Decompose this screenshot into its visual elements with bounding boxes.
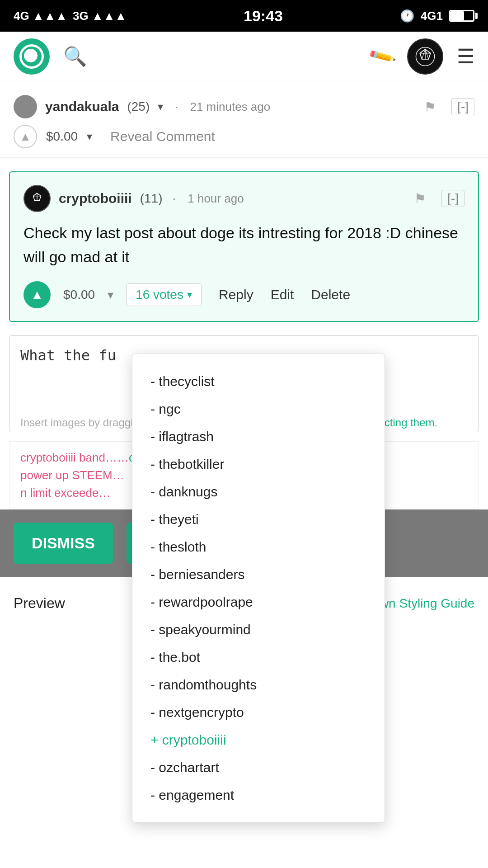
votes-item-2[interactable]: - ngc	[150, 395, 366, 423]
votes-item-14[interactable]: + cryptoboiiii	[150, 726, 366, 754]
alarm-icon: 🕐	[400, 9, 414, 23]
highlighted-vote-row: ▲ $0.00 ▾ 16 votes ▾ Reply Edit Delete -…	[23, 281, 465, 308]
highlighted-comment: cryptoboiiii (11) · 1 hour ago ⚑ [-] Che…	[9, 171, 479, 322]
nav-left: 🔍	[14, 38, 87, 75]
signal-4g1: 4G1	[421, 9, 443, 23]
dot-separator: ·	[172, 191, 176, 206]
blurred-upvote-btn[interactable]: ▲	[14, 125, 37, 148]
blurred-time: 21 minutes ago	[190, 100, 270, 114]
dismiss-button[interactable]: DISMISS	[14, 523, 113, 564]
votes-item-15[interactable]: - ozchartart	[150, 754, 366, 781]
reveal-comment-btn[interactable]: Reveal Comment	[110, 129, 215, 144]
highlighted-comment-text: Check my last post about doge its intres…	[23, 221, 465, 269]
status-left: 4G ▲▲▲ 3G ▲▲▲	[14, 9, 127, 23]
highlighted-timestamp: 1 hour ago	[188, 192, 244, 206]
blurred-comment-header: yandakuala (25) ▾ · 21 minutes ago ⚑ [-]	[14, 95, 474, 118]
top-nav: 🔍 ✏️ ☰	[0, 32, 488, 81]
blurred-user-avatar	[14, 95, 37, 118]
warning-line3: n limit exceede…	[20, 486, 110, 500]
votes-item-6[interactable]: - theyeti	[150, 505, 366, 533]
votes-item-7[interactable]: - thesloth	[150, 533, 366, 561]
blurred-user-rep: (25)	[127, 99, 150, 114]
reply-btn[interactable]: Reply	[219, 287, 253, 302]
highlighted-user-rep: (11)	[140, 191, 163, 206]
highlighted-upvote-btn[interactable]: ▲	[23, 281, 51, 308]
nav-right: ✏️ ☰	[371, 38, 474, 75]
blurred-timestamp: ·	[175, 100, 178, 114]
votes-item-12[interactable]: - randomthoughts	[150, 671, 366, 698]
votes-item-3[interactable]: - iflagtrash	[150, 423, 366, 450]
votes-dropdown-btn[interactable]: 16 votes ▾	[126, 283, 202, 306]
warning-line1: cryptoboiiii band	[20, 451, 105, 464]
votes-item-13[interactable]: - nextgencrypto	[150, 698, 366, 726]
votes-dropdown: - thecyclist - ngc - iflagtrash - thebot…	[132, 354, 385, 823]
highlighted-collapse-btn[interactable]: [-]	[441, 190, 465, 207]
status-time: 19:43	[244, 7, 283, 25]
blurred-amount-chevron[interactable]: ▾	[87, 130, 92, 143]
highlighted-user-avatar	[23, 185, 51, 212]
blurred-username[interactable]: yandakuala	[45, 99, 119, 114]
votes-item-5[interactable]: - danknugs	[150, 478, 366, 505]
edit-btn[interactable]: Edit	[271, 287, 294, 302]
status-bar: 4G ▲▲▲ 3G ▲▲▲ 19:43 🕐 4G1	[0, 0, 488, 32]
blurred-vote-row: ▲ $0.00 ▾ Reveal Comment	[14, 125, 474, 148]
votes-item-8[interactable]: - berniesanders	[150, 561, 366, 588]
votes-chevron-icon: ▾	[187, 289, 192, 301]
battery-icon	[449, 10, 474, 22]
highlighted-flag-icon[interactable]: ⚑	[414, 191, 426, 207]
blurred-collapse-btn[interactable]: [-]	[451, 98, 474, 115]
menu-icon[interactable]: ☰	[457, 47, 474, 66]
votes-item-10[interactable]: - speakyourmind	[150, 616, 366, 643]
highlighted-comment-header: cryptoboiiii (11) · 1 hour ago ⚑ [-]	[23, 185, 465, 212]
votes-item-1[interactable]: - thecyclist	[150, 368, 366, 395]
signal-4g: 4G ▲▲▲	[14, 9, 67, 23]
highlighted-amount: $0.00	[63, 288, 95, 302]
amount-chevron-icon[interactable]: ▾	[108, 288, 113, 302]
delete-btn[interactable]: Delete	[311, 287, 350, 302]
app-logo[interactable]	[14, 38, 50, 75]
votes-item-9[interactable]: - rewardpoolrape	[150, 588, 366, 616]
preview-label: Preview	[14, 595, 65, 612]
highlighted-username[interactable]: cryptoboiiii	[59, 191, 132, 206]
status-right: 🕐 4G1	[400, 9, 474, 23]
eos-avatar[interactable]	[407, 38, 443, 75]
votes-count-label: 16 votes	[136, 288, 183, 302]
votes-item-4[interactable]: - thebotkiller	[150, 450, 366, 478]
votes-item-16[interactable]: - engagement	[150, 781, 366, 809]
blurred-chevron-icon[interactable]: ▾	[158, 100, 163, 113]
signal-3g: 3G ▲▲▲	[73, 9, 127, 23]
warning-line2: power up STEEM…	[20, 468, 124, 482]
blurred-amount: $0.00	[46, 129, 78, 144]
blurred-comment: yandakuala (25) ▾ · 21 minutes ago ⚑ [-]…	[0, 81, 488, 158]
compose-icon[interactable]: ✏️	[367, 42, 398, 71]
search-icon[interactable]: 🔍	[63, 45, 87, 67]
blurred-flag-icon[interactable]: ⚑	[424, 99, 436, 115]
votes-item-11[interactable]: - the.bot	[150, 643, 366, 671]
